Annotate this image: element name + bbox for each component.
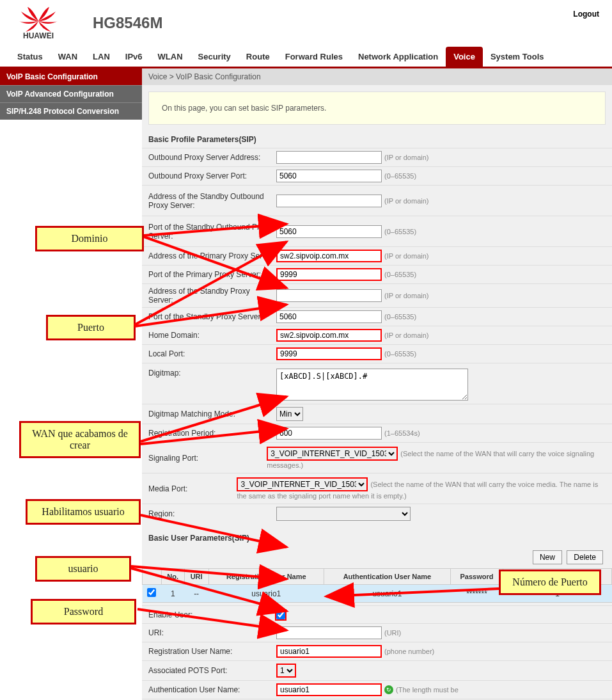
enable-user-checkbox[interactable] bbox=[276, 610, 285, 619]
hint: (IP or domain) bbox=[384, 292, 429, 299]
main-nav: StatusWANLANIPv6WLANSecurityRouteForward… bbox=[0, 47, 612, 68]
enable-user-label: Enable User: bbox=[148, 610, 276, 619]
standby-out-addr-label: Address of the Standby Outbound Proxy Se… bbox=[148, 192, 276, 210]
cell-auth: usuario1 bbox=[324, 585, 451, 603]
nav-route[interactable]: Route bbox=[239, 47, 278, 67]
logout-link[interactable]: Logout bbox=[573, 10, 599, 19]
section-user-title: Basic User Parameters(SIP) bbox=[142, 530, 612, 546]
reg-period-input[interactable] bbox=[276, 427, 382, 440]
hint: (0–65535) bbox=[384, 313, 416, 321]
table-header: Authentication User Name bbox=[324, 569, 451, 585]
nav-status[interactable]: Status bbox=[10, 47, 51, 67]
svg-text:HUAWEI: HUAWEI bbox=[23, 31, 54, 40]
region-label: Region: bbox=[148, 509, 276, 518]
table-header: Registration User Name bbox=[208, 569, 324, 585]
table-header bbox=[143, 569, 162, 585]
cell-pots: 1 bbox=[503, 585, 612, 603]
local-port-input[interactable] bbox=[276, 347, 382, 360]
hint: (0–65535) bbox=[384, 228, 416, 235]
standby-out-port-input[interactable] bbox=[276, 225, 382, 238]
outbound-port-label: Outbound Proxy Server Port: bbox=[148, 171, 276, 180]
cell-reg: usuario1 bbox=[208, 585, 324, 603]
sidebar-item[interactable]: VoIP Basic Configuration bbox=[0, 68, 142, 85]
hint: (The length must be bbox=[396, 686, 459, 694]
hint: (IP or domain) bbox=[384, 154, 429, 161]
brand-logo: HUAWEI bbox=[10, 5, 74, 40]
header: HUAWEI HG8546M Logout bbox=[0, 0, 612, 40]
nav-forward-rules[interactable]: Forward Rules bbox=[278, 47, 350, 67]
nav-voice[interactable]: Voice bbox=[446, 47, 483, 67]
table-header: Associated POTS Port bbox=[503, 569, 612, 585]
info-box: On this page, you can set basic SIP para… bbox=[148, 91, 606, 125]
outbound-addr-label: Outbound Proxy Server Address: bbox=[148, 153, 276, 162]
standby-addr-input[interactable] bbox=[276, 289, 382, 302]
standby-out-port-label: Port of the Standby Outbound Proxy Serve… bbox=[148, 223, 276, 241]
region-select[interactable] bbox=[276, 507, 411, 521]
table-row[interactable]: 1 -- usuario1 usuario1 ******* 1 bbox=[143, 585, 612, 603]
hint: (IP or domain) bbox=[384, 197, 429, 205]
hint: (0–65535) bbox=[384, 350, 416, 358]
primary-addr-label: Address of the Primary Proxy Server: bbox=[148, 251, 276, 260]
digitmap-textarea[interactable] bbox=[276, 369, 468, 401]
outbound-addr-input[interactable] bbox=[276, 151, 382, 164]
hint: (IP or domain) bbox=[384, 252, 429, 260]
hint: (IP or domain) bbox=[384, 331, 429, 339]
signaling-select[interactable]: 3_VOIP_INTERNET_R_VID_1503 bbox=[267, 447, 398, 461]
primary-port-input[interactable] bbox=[276, 268, 382, 281]
pots-label: Associated POTS Port: bbox=[148, 666, 276, 675]
reg-user-label: Registration User Name: bbox=[148, 647, 276, 656]
table-header: Password bbox=[450, 569, 503, 585]
reg-period-label: Registration Period: bbox=[148, 429, 276, 438]
auth-user-input[interactable] bbox=[276, 683, 382, 696]
nav-security[interactable]: Security bbox=[191, 47, 239, 67]
standby-out-addr-input[interactable] bbox=[276, 195, 382, 207]
table-header: URI bbox=[184, 569, 208, 585]
digitmap-mode-select[interactable]: Min bbox=[276, 407, 303, 421]
home-domain-label: Home Domain: bbox=[148, 331, 276, 340]
sidebar-item[interactable]: SIP/H.248 Protocol Conversion bbox=[0, 102, 142, 120]
pots-select[interactable]: 1 bbox=[276, 664, 296, 678]
auth-user-label: Authentication User Name: bbox=[148, 685, 276, 694]
delete-button[interactable]: Delete bbox=[567, 550, 603, 564]
digitmap-label: Digitmap: bbox=[148, 369, 276, 378]
outbound-port-input[interactable] bbox=[276, 170, 382, 182]
media-label: Media Port: bbox=[148, 484, 237, 493]
primary-port-label: Port of the Primary Proxy Server: bbox=[148, 270, 276, 279]
cell-uri: -- bbox=[184, 585, 208, 603]
home-domain-input[interactable] bbox=[276, 329, 382, 342]
primary-addr-input[interactable] bbox=[276, 250, 382, 262]
sidebar-item[interactable]: VoIP Advanced Configuration bbox=[0, 85, 142, 102]
nav-wan[interactable]: WAN bbox=[51, 47, 85, 67]
nav-ipv6[interactable]: IPv6 bbox=[118, 47, 150, 67]
breadcrumb: Voice > VoIP Basic Configuration bbox=[142, 68, 612, 85]
nav-system-tools[interactable]: System Tools bbox=[483, 47, 552, 67]
media-select[interactable]: 3_VOIP_INTERNET_R_VID_1503 bbox=[237, 477, 368, 491]
hint: (phone number) bbox=[384, 648, 434, 655]
hint: (1–65534s) bbox=[384, 429, 420, 437]
cell-no: 1 bbox=[161, 585, 184, 603]
local-port-label: Local Port: bbox=[148, 349, 276, 358]
hint: (0–65535) bbox=[384, 271, 416, 278]
standby-port-label: Port of the Standby Proxy Server: bbox=[148, 312, 276, 321]
new-button[interactable]: New bbox=[533, 550, 562, 564]
hint: (0–65535) bbox=[384, 172, 416, 180]
cell-pass: ******* bbox=[450, 585, 503, 603]
standby-addr-label: Address of the Standby Proxy Server: bbox=[148, 287, 276, 305]
user-table: No.URIRegistration User NameAuthenticati… bbox=[142, 568, 612, 603]
row-checkbox[interactable] bbox=[147, 588, 156, 597]
digitmap-mode-label: Digitmap Matching Mode: bbox=[148, 410, 276, 418]
uri-label: URI: bbox=[148, 628, 276, 637]
hint: (URI) bbox=[384, 629, 401, 637]
nav-lan[interactable]: LAN bbox=[85, 47, 118, 67]
refresh-icon[interactable]: ↻ bbox=[384, 685, 393, 694]
standby-port-input[interactable] bbox=[276, 310, 382, 323]
reg-user-input[interactable] bbox=[276, 645, 382, 658]
nav-wlan[interactable]: WLAN bbox=[150, 47, 191, 67]
uri-input[interactable] bbox=[276, 626, 382, 639]
section-profile-title: Basic Profile Parameters(SIP) bbox=[142, 131, 612, 148]
huawei-logo-icon: HUAWEI bbox=[10, 5, 67, 40]
content: Voice > VoIP Basic Configuration On this… bbox=[142, 68, 612, 700]
nav-network-application[interactable]: Network Application bbox=[350, 47, 446, 67]
model-title: HG8546M bbox=[93, 14, 162, 32]
sidebar: VoIP Basic ConfigurationVoIP Advanced Co… bbox=[0, 68, 142, 700]
